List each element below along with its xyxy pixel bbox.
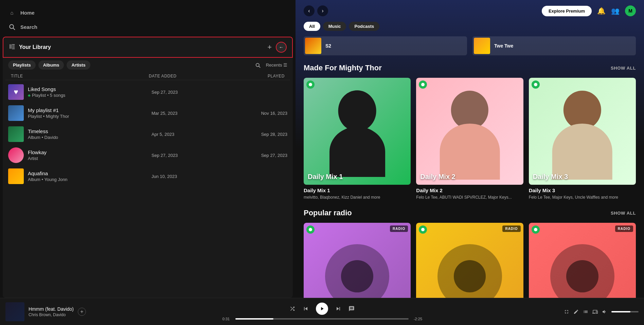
top-bar: ‹ › Explore Premium 🔔 👥 M: [296, 0, 644, 22]
fullscreen-button[interactable]: [564, 309, 569, 314]
svg-point-12: [534, 83, 537, 86]
my-playlist-info: My playlist #1 Playlist • Mighty Thor: [28, 107, 69, 119]
svg-rect-6: [12, 47, 15, 48]
flowkay-info: Flowkay Artist: [28, 149, 47, 161]
filter-albums[interactable]: Albums: [38, 60, 64, 70]
filter-playlists[interactable]: Playlists: [8, 60, 36, 70]
radio-card-2[interactable]: RADIO: [416, 223, 523, 298]
filter-artists[interactable]: Artists: [67, 60, 90, 70]
total-time: -2:25: [412, 317, 424, 321]
library-item-timeless[interactable]: Timeless Album • Davido Apr 5, 2023 Sep …: [5, 124, 290, 145]
top-right: Explore Premium 🔔 👥 M: [542, 5, 636, 16]
library-header: Your Library + ←: [3, 37, 293, 58]
popular-radio-show-all[interactable]: Show all: [611, 211, 636, 216]
column-title: Title: [11, 74, 149, 78]
library-collapse-button[interactable]: ←: [276, 42, 287, 53]
lyrics-button[interactable]: [348, 306, 355, 312]
radio-circle-inner-1: [341, 260, 373, 292]
twetwe-label: Twe Twe: [494, 43, 513, 49]
daily-mix-2-card[interactable]: Daily Mix 2 Daily Mix 2 Felo Le Tee, ABU…: [416, 78, 523, 200]
heart-icon: ♥: [14, 88, 18, 96]
liked-songs-title: Liked Songs: [28, 86, 65, 92]
aquafina-title: Aquafina: [28, 170, 68, 176]
made-for-show-all[interactable]: Show all: [611, 66, 636, 71]
aquafina-thumb: [8, 168, 24, 184]
volume-bar[interactable]: [611, 311, 639, 312]
radio-2-thumb: RADIO: [416, 223, 523, 298]
daily-mix-2-title: Daily Mix 2: [416, 187, 523, 193]
item-left-liked: ♥ Liked Songs ♣ Playlist • 5 songs: [8, 84, 151, 100]
daily-mix-3-title: Daily Mix 3: [529, 187, 636, 193]
svg-rect-3: [11, 44, 12, 49]
radio-circle-inner-3: [566, 260, 598, 292]
notifications-button[interactable]: 🔔: [597, 7, 606, 15]
timeless-played: Sep 28, 2023: [219, 132, 287, 137]
nav-section: ⌂ Home Search: [0, 0, 296, 37]
timeless-info: Timeless Album • Davido: [28, 128, 58, 140]
add-to-library-button[interactable]: +: [78, 308, 86, 316]
daily-mix-1-thumb: Daily Mix 1: [304, 78, 411, 185]
spotify-badge-3: [532, 80, 540, 89]
radio-cards-row: RADIO RADIO: [296, 223, 644, 298]
progress-fill: [235, 318, 273, 320]
nav-search[interactable]: Search: [4, 20, 291, 34]
player-artist: Chris Brown, Davido: [29, 312, 74, 317]
library-item-flowkay[interactable]: Flowkay Artist Sep 27, 2023 Sep 27, 2023: [5, 145, 290, 166]
column-date-added: Date Added: [149, 74, 217, 78]
volume-button[interactable]: [602, 309, 607, 314]
recent-card-s2[interactable]: S2: [304, 36, 467, 55]
recents-label[interactable]: Recents ☰: [266, 62, 287, 68]
pill-podcasts[interactable]: Podcasts: [349, 22, 379, 31]
radio-spotify-1: [306, 225, 315, 234]
queue-button[interactable]: [583, 309, 588, 314]
nav-forward-button[interactable]: ›: [317, 5, 328, 16]
nav-back-button[interactable]: ‹: [304, 5, 315, 16]
radio-spotify-3: [532, 225, 540, 234]
timeless-date: Apr 5, 2023: [151, 132, 219, 137]
player-right: [537, 309, 639, 314]
item-left-aquafina: Aquafina Album • Young Jonn: [8, 168, 151, 184]
radio-badge-1: RADIO: [390, 225, 408, 232]
svg-point-15: [534, 228, 537, 231]
radio-spotify-2: [419, 225, 427, 234]
progress-bar[interactable]: [235, 318, 409, 320]
radio-card-1[interactable]: RADIO: [304, 223, 411, 298]
svg-line-9: [259, 66, 260, 68]
home-icon: ⌂: [8, 9, 16, 16]
radio-card-3[interactable]: RADIO: [529, 223, 636, 298]
svg-point-11: [421, 83, 425, 86]
timeless-thumb: [8, 126, 24, 142]
pencil-button[interactable]: [573, 309, 579, 314]
svg-rect-2: [10, 44, 11, 49]
svg-point-13: [309, 228, 312, 231]
library-item-liked-songs[interactable]: ♥ Liked Songs ♣ Playlist • 5 songs Sep 2…: [5, 82, 290, 103]
library-item-aquafina[interactable]: Aquafina Album • Young Jonn Jun 10, 2023: [5, 166, 290, 187]
devices-button[interactable]: [592, 309, 598, 314]
daily-mix-2-thumb: Daily Mix 2: [416, 78, 523, 185]
pill-music[interactable]: Music: [323, 22, 346, 31]
radio-3-thumb: RADIO: [529, 223, 636, 298]
user-avatar[interactable]: M: [625, 5, 636, 16]
aquafina-date: Jun 10, 2023: [151, 174, 219, 179]
pill-all[interactable]: All: [304, 22, 320, 31]
previous-button[interactable]: [302, 305, 309, 312]
library-list: ♥ Liked Songs ♣ Playlist • 5 songs Sep 2…: [3, 80, 293, 298]
friends-button[interactable]: 👥: [611, 7, 620, 15]
flowkay-thumb: [8, 147, 24, 163]
explore-premium-button[interactable]: Explore Premium: [542, 6, 592, 16]
radio-badge-3: RADIO: [615, 225, 633, 232]
play-pause-button[interactable]: [316, 303, 328, 315]
flowkay-sub: Artist: [28, 156, 47, 161]
filter-chips: Playlists Albums Artists: [8, 60, 90, 70]
daily-mix-cards-row: Daily Mix 1 Daily Mix 1 melvitto, Blaqbo…: [296, 78, 644, 209]
daily-mix-1-card[interactable]: Daily Mix 1 Daily Mix 1 melvitto, Blaqbo…: [304, 78, 411, 200]
nav-home[interactable]: ⌂ Home: [4, 5, 291, 20]
library-add-button[interactable]: +: [266, 41, 273, 53]
daily-mix-3-card[interactable]: Daily Mix 3 Daily Mix 3 Felo Le Tee, Maj…: [529, 78, 636, 200]
next-button[interactable]: [335, 305, 342, 312]
shuffle-button[interactable]: [289, 306, 296, 312]
recent-card-twetwe[interactable]: Twe Twe: [472, 36, 636, 55]
my-playlist-date: Mar 25, 2023: [151, 111, 219, 116]
library-item-my-playlist[interactable]: My playlist #1 Playlist • Mighty Thor Ma…: [5, 103, 290, 124]
library-search-button[interactable]: [254, 61, 262, 69]
